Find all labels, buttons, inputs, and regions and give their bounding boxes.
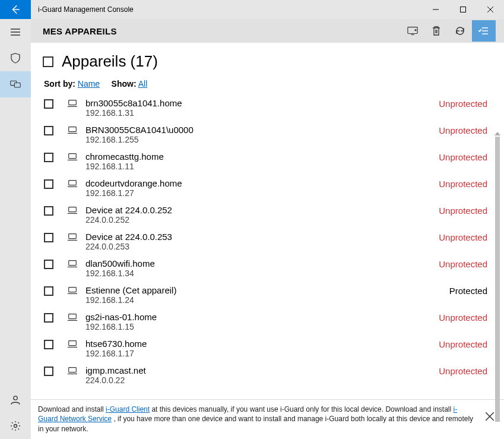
device-row[interactable]: Estienne (Cet appareil)192.168.1.24Prote… <box>43 282 502 308</box>
device-name: Estienne (Cet appareil) <box>85 285 449 295</box>
device-checkbox[interactable] <box>44 126 53 135</box>
device-name: htse6730.home <box>85 339 439 349</box>
laptop-icon <box>66 206 78 214</box>
device-checkbox[interactable] <box>44 206 53 216</box>
laptop-icon <box>66 367 78 375</box>
show-link[interactable]: All <box>138 79 148 89</box>
minimize-button[interactable] <box>422 0 449 19</box>
maximize-button[interactable] <box>449 0 477 19</box>
hamburger-menu[interactable] <box>0 19 31 45</box>
device-row[interactable]: Device at 224.0.0.253224.0.0.253Unprotec… <box>43 228 502 255</box>
panel-title: Appareils (17) <box>62 52 158 71</box>
device-status: Protected <box>449 285 487 296</box>
device-name: chromecasttg.home <box>85 151 439 162</box>
device-ip: 192.168.1.11 <box>85 162 439 171</box>
sort-link[interactable]: Name <box>78 79 100 89</box>
device-ip: 192.168.1.255 <box>85 135 439 144</box>
svg-point-4 <box>14 425 17 428</box>
device-checkbox[interactable] <box>44 99 53 109</box>
device-row[interactable]: BRN30055C8A1041\u0000192.168.1.255Unprot… <box>43 121 502 148</box>
svg-rect-7 <box>69 127 77 132</box>
page-heading: MES APPAREILS <box>43 26 401 36</box>
device-checkbox[interactable] <box>44 340 53 349</box>
device-status: Unprotected <box>439 98 487 109</box>
device-info: brn30055c8a1041.home192.168.1.31 <box>85 98 439 118</box>
device-ip: 224.0.0.253 <box>85 242 439 251</box>
device-row[interactable]: dlan500wifi.home192.168.1.34Unprotected <box>43 255 502 282</box>
device-row[interactable]: Device at 224.0.0.252224.0.0.252Unprotec… <box>43 201 502 228</box>
device-name: Device at 224.0.0.253 <box>85 232 439 242</box>
device-info: Device at 224.0.0.253224.0.0.253 <box>85 232 439 251</box>
laptop-icon <box>66 313 78 321</box>
device-name: igmp.mcast.net <box>85 365 439 375</box>
toolbar: MES APPAREILS <box>31 19 504 43</box>
svg-rect-9 <box>69 181 77 185</box>
svg-rect-2 <box>14 83 20 87</box>
device-status: Unprotected <box>439 365 487 376</box>
list-select-button[interactable] <box>472 20 496 42</box>
device-status: Unprotected <box>439 312 487 323</box>
scroll-up-icon[interactable] <box>493 132 502 135</box>
device-ip: 224.0.0.22 <box>85 375 439 385</box>
window-title: i-Guard Management Console <box>31 5 422 14</box>
device-info: Device at 224.0.0.252224.0.0.252 <box>85 205 439 225</box>
device-checkbox[interactable] <box>44 286 53 296</box>
footer-text-1: Download and install <box>38 405 106 413</box>
titlebar: i-Guard Management Console <box>0 0 504 19</box>
svg-rect-12 <box>69 261 77 266</box>
svg-rect-8 <box>69 154 77 159</box>
select-all-checkbox[interactable] <box>43 56 53 67</box>
delete-button[interactable] <box>424 20 448 42</box>
device-row[interactable]: chromecasttg.home192.168.1.11Unprotected <box>43 148 502 175</box>
sidebar-item-devices[interactable] <box>0 71 31 97</box>
device-row[interactable]: brn30055c8a1041.home192.168.1.31Unprotec… <box>43 94 502 121</box>
close-button[interactable] <box>477 0 504 19</box>
device-info: htse6730.home192.168.1.17 <box>85 339 439 358</box>
show-label: Show: <box>112 79 137 89</box>
laptop-icon <box>66 233 78 241</box>
device-status: Unprotected <box>439 258 487 269</box>
device-ip: 192.168.1.24 <box>85 295 449 305</box>
sidebar-item-account[interactable] <box>0 387 31 413</box>
device-row[interactable]: gs2i-nas-01.home192.168.1.15Unprotected <box>43 308 502 335</box>
svg-rect-10 <box>69 207 77 212</box>
device-checkbox[interactable] <box>44 179 53 189</box>
footer-text-2: at this devices manually, if you want us… <box>150 405 453 413</box>
share-screen-button[interactable] <box>401 20 424 42</box>
laptop-icon <box>66 99 78 108</box>
device-checkbox[interactable] <box>44 367 53 376</box>
svg-rect-13 <box>69 288 77 292</box>
back-button[interactable] <box>0 0 31 19</box>
device-row[interactable]: dcodeurtvdorange.home192.168.1.27Unprote… <box>43 175 502 201</box>
laptop-icon <box>66 340 78 348</box>
svg-rect-14 <box>69 314 77 319</box>
device-row[interactable]: htse6730.home192.168.1.17Unprotected <box>43 335 502 362</box>
footer-link-client[interactable]: i-Guard Client <box>106 405 150 413</box>
device-checkbox[interactable] <box>44 313 53 323</box>
refresh-button[interactable] <box>448 20 472 42</box>
device-row[interactable]: igmp.mcast.net224.0.0.22Unprotected <box>43 362 502 389</box>
device-name: dlan500wifi.home <box>85 258 439 269</box>
device-ip: 192.168.1.31 <box>85 108 439 118</box>
device-ip: 192.168.1.17 <box>85 349 439 358</box>
device-checkbox[interactable] <box>44 233 53 242</box>
svg-rect-6 <box>69 100 77 105</box>
sidebar-item-shield[interactable] <box>0 45 31 71</box>
scroll-thumb[interactable] <box>495 137 500 422</box>
device-info: igmp.mcast.net224.0.0.22 <box>85 365 439 385</box>
svg-point-3 <box>14 396 17 400</box>
laptop-icon <box>66 286 78 295</box>
svg-rect-11 <box>69 234 77 239</box>
device-checkbox[interactable] <box>44 153 53 162</box>
laptop-icon <box>66 260 78 268</box>
device-status: Unprotected <box>439 232 487 242</box>
svg-rect-15 <box>69 341 77 346</box>
device-info: gs2i-nas-01.home192.168.1.15 <box>85 312 439 331</box>
device-info: dcodeurtvdorange.home192.168.1.27 <box>85 178 439 198</box>
device-ip: 192.168.1.34 <box>85 269 439 278</box>
device-name: dcodeurtvdorange.home <box>85 178 439 188</box>
scrollbar[interactable] <box>492 132 503 399</box>
device-checkbox[interactable] <box>44 260 53 269</box>
sort-label: Sort by: <box>44 79 75 89</box>
sidebar-item-settings[interactable] <box>0 413 31 439</box>
